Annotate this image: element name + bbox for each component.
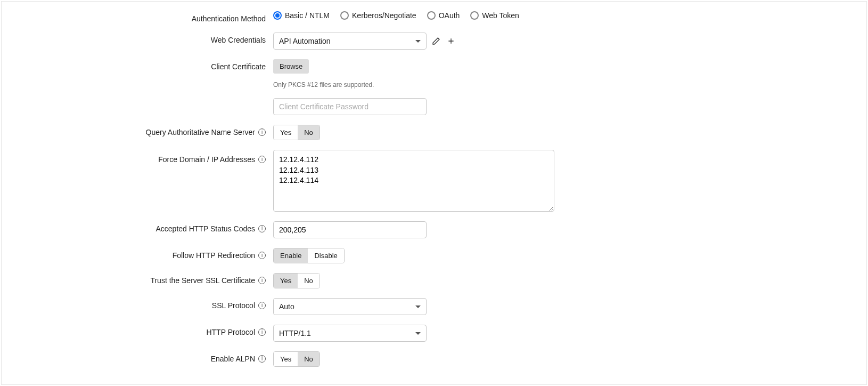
label-ssl-protocol: SSL Protocol [212,301,255,310]
radio-label: Basic / NTLM [285,11,330,20]
info-icon[interactable]: i [258,225,266,232]
client-cert-password-input[interactable] [273,98,427,115]
ssl-protocol-select[interactable]: Auto [273,298,427,315]
label-trust-ssl: Trust the Server SSL Certificate [150,276,255,285]
edit-credential-button[interactable] [431,36,441,46]
add-credential-button[interactable] [446,36,456,46]
row-ssl-protocol: SSL Protocol i Auto [2,298,866,315]
force-domain-textarea[interactable] [273,150,554,212]
label-query-auth-ns: Query Authoritative Name Server [146,128,255,136]
chevron-down-icon [415,40,421,43]
label-force-domain: Force Domain / IP Addresses [158,155,255,164]
radio-oauth[interactable]: OAuth [427,11,460,20]
row-accepted-http: Accepted HTTP Status Codes i [2,221,866,238]
toggle-disable[interactable]: Disable [308,248,343,263]
radio-icon [427,11,436,20]
info-icon[interactable]: i [258,355,266,363]
http-protocol-select[interactable]: HTTP/1.1 [273,325,427,342]
toggle-yes[interactable]: Yes [274,352,298,366]
radio-icon-selected [273,11,282,20]
radio-basic-ntlm[interactable]: Basic / NTLM [273,11,330,20]
settings-form: Authentication Method Basic / NTLM Kerbe… [1,1,867,385]
row-force-domain: Force Domain / IP Addresses i [2,150,866,212]
label-enable-alpn: Enable ALPN [211,355,255,363]
select-value: API Automation [279,37,331,45]
info-icon[interactable]: i [258,252,266,259]
label-auth-method: Authentication Method [2,11,273,23]
label-web-credentials: Web Credentials [2,33,273,44]
row-query-auth-ns: Query Authoritative Name Server i Yes No [2,125,866,140]
info-icon[interactable]: i [258,128,266,136]
radio-label: OAuth [439,11,460,20]
toggle-no[interactable]: No [298,352,320,366]
toggle-no[interactable]: No [298,274,320,288]
info-icon[interactable]: i [258,302,266,309]
enable-alpn-toggle: Yes No [273,351,320,367]
select-value: Auto [279,302,294,311]
client-cert-hint: Only PKCS #12 files are supported. [273,81,374,89]
row-trust-ssl: Trust the Server SSL Certificate i Yes N… [2,273,866,288]
label-follow-redir: Follow HTTP Redirection [173,251,255,260]
label-client-certificate: Client Certificate [2,59,273,71]
row-follow-redir: Follow HTTP Redirection i Enable Disable [2,248,866,263]
label-http-protocol: HTTP Protocol [206,328,255,336]
auth-method-radio-group: Basic / NTLM Kerberos/Negotiate OAuth We… [273,11,519,20]
radio-label: Kerberos/Negotiate [352,11,416,20]
toggle-yes[interactable]: Yes [274,274,298,288]
radio-icon [340,11,349,20]
chevron-down-icon [415,305,421,308]
toggle-yes[interactable]: Yes [274,125,298,140]
info-icon[interactable]: i [258,156,266,163]
radio-label: Web Token [482,11,519,20]
row-client-cert-password [2,98,866,115]
label-accepted-http: Accepted HTTP Status Codes [156,224,256,233]
pencil-icon [432,37,440,45]
web-credentials-select[interactable]: API Automation [273,33,427,50]
select-value: HTTP/1.1 [279,329,311,337]
row-enable-alpn: Enable ALPN i Yes No [2,351,866,367]
radio-web-token[interactable]: Web Token [470,11,519,20]
query-auth-ns-toggle: Yes No [273,125,320,140]
browse-button[interactable]: Browse [273,59,309,74]
toggle-no[interactable]: No [298,125,320,140]
chevron-down-icon [415,332,421,335]
row-http-protocol: HTTP Protocol i HTTP/1.1 [2,325,866,342]
info-icon[interactable]: i [258,277,266,284]
info-icon[interactable]: i [258,328,266,336]
row-client-certificate: Client Certificate Browse Only PKCS #12 … [2,59,866,89]
follow-redir-toggle: Enable Disable [273,248,345,263]
trust-ssl-toggle: Yes No [273,273,320,288]
plus-icon [447,37,455,45]
radio-kerberos[interactable]: Kerberos/Negotiate [340,11,416,20]
radio-icon [470,11,479,20]
toggle-enable[interactable]: Enable [274,248,308,263]
accepted-http-input[interactable] [273,221,427,238]
row-auth-method: Authentication Method Basic / NTLM Kerbe… [2,11,866,23]
row-web-credentials: Web Credentials API Automation [2,33,866,50]
